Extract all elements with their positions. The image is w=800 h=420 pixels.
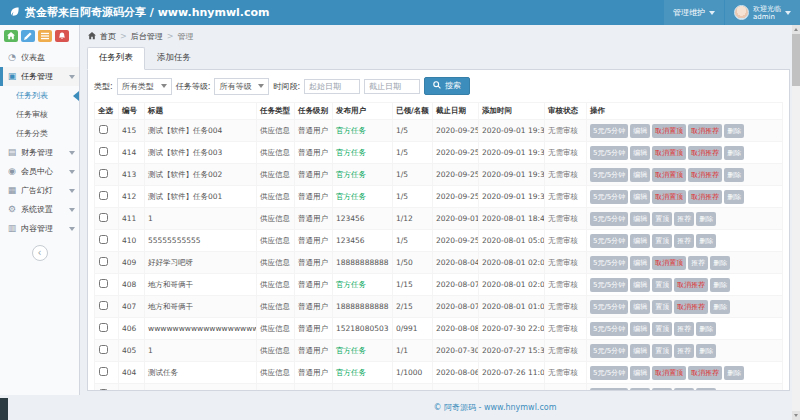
detail-button[interactable]: 5元/5分钟 xyxy=(590,168,628,182)
maintenance-menu[interactable]: 管理维护 xyxy=(664,0,724,25)
recommend-toggle-button[interactable]: 取消推荐 xyxy=(688,366,722,380)
recommend-toggle-button[interactable]: 取消推荐 xyxy=(688,146,722,160)
detail-button[interactable]: 5元/5分钟 xyxy=(590,322,628,336)
recommend-toggle-button[interactable]: 取消推荐 xyxy=(688,190,722,204)
edit-button[interactable]: 编辑 xyxy=(630,234,650,248)
delete-button[interactable]: 删除 xyxy=(696,234,716,248)
row-checkbox[interactable] xyxy=(99,169,108,178)
top-toggle-button[interactable]: 置顶 xyxy=(652,212,672,226)
search-button[interactable]: 搜索 xyxy=(424,77,470,95)
detail-button[interactable]: 5元/5分钟 xyxy=(590,146,628,160)
copyright-link[interactable]: © 阿奇源码 - www.hnymwl.com xyxy=(433,402,556,413)
bell-icon[interactable] xyxy=(55,30,69,42)
recommend-toggle-button[interactable]: 取消推荐 xyxy=(674,278,708,292)
vertical-scrollbar[interactable] xyxy=(792,25,800,420)
detail-button[interactable]: 5元/5分钟 xyxy=(590,212,628,226)
sidebar-item-1[interactable]: ▣任务管理 xyxy=(0,67,79,86)
detail-button[interactable]: 5元/5分钟 xyxy=(590,124,628,138)
delete-button[interactable]: 删除 xyxy=(724,146,744,160)
top-toggle-button[interactable]: 置顶 xyxy=(652,300,672,314)
edit-button[interactable]: 编辑 xyxy=(630,190,650,204)
type-select[interactable]: 所有类型 xyxy=(117,78,172,95)
edit-button[interactable]: 编辑 xyxy=(630,124,650,138)
recommend-toggle-button[interactable]: 推荐 xyxy=(674,234,694,248)
top-toggle-button[interactable]: 取消置顶 xyxy=(652,366,686,380)
recommend-toggle-button[interactable]: 取消推荐 xyxy=(688,124,722,138)
row-checkbox[interactable] xyxy=(99,301,108,310)
delete-button[interactable]: 删除 xyxy=(710,300,730,314)
recommend-toggle-button[interactable]: 取消推荐 xyxy=(688,168,722,182)
breadcrumb-home[interactable]: 首页 xyxy=(100,31,116,42)
top-toggle-button[interactable]: 取消置顶 xyxy=(652,256,686,270)
recommend-toggle-button[interactable]: 推荐 xyxy=(674,388,694,392)
sidebar-item-2[interactable]: ▤财务管理 xyxy=(0,143,79,162)
top-toggle-button[interactable]: 取消置顶 xyxy=(652,124,686,138)
user-menu[interactable]: 欢迎光临 admin xyxy=(725,0,800,25)
scrollbar-thumb[interactable] xyxy=(792,34,800,86)
sidebar-subitem-1-0[interactable]: 任务列表 xyxy=(0,86,79,105)
detail-button[interactable]: 5元/5分钟 xyxy=(590,190,628,204)
delete-button[interactable]: 删除 xyxy=(710,278,730,292)
detail-button[interactable]: 5元/5分钟 xyxy=(590,234,628,248)
delete-button[interactable]: 删除 xyxy=(696,322,716,336)
recommend-toggle-button[interactable]: 推荐 xyxy=(674,344,694,358)
recommend-toggle-button[interactable]: 取消推荐 xyxy=(674,300,708,314)
sidebar-subitem-1-1[interactable]: 任务审核 xyxy=(0,105,79,124)
tab-add-task[interactable]: 添加任务 xyxy=(145,47,203,70)
scroll-down-arrow[interactable] xyxy=(792,411,800,420)
delete-button[interactable]: 删除 xyxy=(710,256,730,270)
edit-button[interactable]: 编辑 xyxy=(630,322,650,336)
edit-button[interactable]: 编辑 xyxy=(630,344,650,358)
edit-button[interactable]: 编辑 xyxy=(630,388,650,392)
detail-button[interactable]: 5元/5分钟 xyxy=(590,344,628,358)
detail-button[interactable]: 5元/5分钟 xyxy=(590,278,628,292)
detail-button[interactable]: 5元/5分钟 xyxy=(590,256,628,270)
detail-button[interactable]: 5元/5分钟 xyxy=(590,366,628,380)
delete-button[interactable]: 删除 xyxy=(724,190,744,204)
row-checkbox[interactable] xyxy=(99,323,108,332)
row-checkbox[interactable] xyxy=(99,125,108,134)
delete-button[interactable]: 删除 xyxy=(696,388,716,392)
row-checkbox[interactable] xyxy=(99,147,108,156)
sidebar-item-3[interactable]: ◉会员中心 xyxy=(0,162,79,181)
row-checkbox[interactable] xyxy=(99,191,108,200)
delete-button[interactable]: 删除 xyxy=(724,168,744,182)
top-toggle-button[interactable]: 置顶 xyxy=(652,388,672,392)
edit-button[interactable]: 编辑 xyxy=(630,212,650,226)
pencil-icon[interactable] xyxy=(21,30,35,42)
home-icon[interactable] xyxy=(4,30,18,42)
detail-button[interactable]: 5元/5分钟 xyxy=(590,300,628,314)
row-checkbox[interactable] xyxy=(99,389,108,391)
top-toggle-button[interactable]: 取消置顶 xyxy=(652,168,686,182)
edit-button[interactable]: 编辑 xyxy=(630,256,650,270)
edit-button[interactable]: 编辑 xyxy=(630,146,650,160)
sidebar-item-5[interactable]: ⚙系统设置 xyxy=(0,200,79,219)
list-icon[interactable] xyxy=(38,30,52,42)
top-toggle-button[interactable]: 置顶 xyxy=(652,322,672,336)
row-checkbox[interactable] xyxy=(99,213,108,222)
edit-button[interactable]: 编辑 xyxy=(630,300,650,314)
top-toggle-button[interactable]: 置顶 xyxy=(652,278,672,292)
scroll-up-arrow[interactable] xyxy=(792,25,800,34)
row-checkbox[interactable] xyxy=(99,345,108,354)
level-select[interactable]: 所有等级 xyxy=(214,78,269,95)
sidebar-item-6[interactable]: ▥内容管理 xyxy=(0,219,79,238)
delete-button[interactable]: 删除 xyxy=(724,124,744,138)
delete-button[interactable]: 删除 xyxy=(724,366,744,380)
breadcrumb-section[interactable]: 后台管理 xyxy=(131,31,163,42)
top-toggle-button[interactable]: 置顶 xyxy=(652,344,672,358)
edit-button[interactable]: 编辑 xyxy=(630,168,650,182)
row-checkbox[interactable] xyxy=(99,367,108,376)
sidebar-subitem-1-2[interactable]: 任务分类 xyxy=(0,124,79,143)
delete-button[interactable]: 删除 xyxy=(696,344,716,358)
edit-button[interactable]: 编辑 xyxy=(630,366,650,380)
top-toggle-button[interactable]: 置顶 xyxy=(652,234,672,248)
delete-button[interactable]: 删除 xyxy=(696,212,716,226)
sidebar-item-4[interactable]: ▦广告幻灯 xyxy=(0,181,79,200)
top-toggle-button[interactable]: 取消置顶 xyxy=(652,146,686,160)
top-toggle-button[interactable]: 取消置顶 xyxy=(652,190,686,204)
recommend-toggle-button[interactable]: 推荐 xyxy=(674,322,694,336)
row-checkbox[interactable] xyxy=(99,279,108,288)
detail-button[interactable]: 5元/5分钟 xyxy=(590,388,628,392)
start-date-input[interactable] xyxy=(304,79,360,94)
